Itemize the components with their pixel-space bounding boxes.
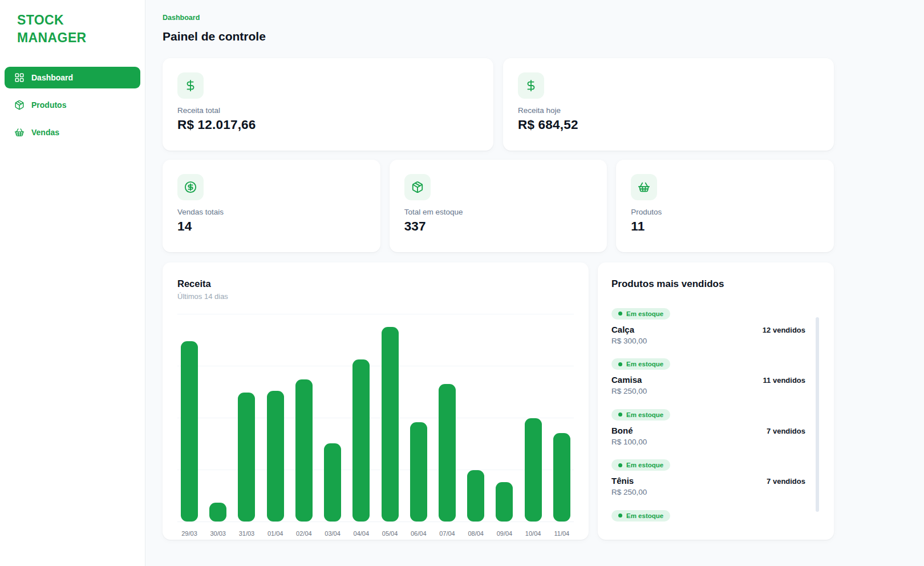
status-dot-icon <box>618 362 622 366</box>
product-item: Em estoqueTênis7 vendidosR$ 250,00 <box>611 459 805 497</box>
app-logo-line2: MANAGER <box>17 29 128 47</box>
stats-row-2: Vendas totais 14 Total em estoque 337 <box>163 160 834 252</box>
product-item: Em estoqueBoné7 vendidosR$ 100,00 <box>611 409 805 446</box>
top-products-title: Produtos mais vendidos <box>611 278 820 290</box>
app-logo: STOCK MANAGER <box>0 11 145 47</box>
x-axis-label: 30/03 <box>209 530 226 537</box>
stock-status-label: Em estoque <box>626 512 663 519</box>
package-icon <box>411 181 424 193</box>
x-axis-label: 07/04 <box>439 530 456 537</box>
stock-status-label: Em estoque <box>626 462 663 468</box>
product-name-row: Calça12 vendidos <box>611 325 805 334</box>
product-sold-count: 11 vendidos <box>763 376 805 385</box>
product-name-row: Boné7 vendidos <box>611 426 805 435</box>
product-name: Camisa <box>611 375 642 385</box>
chart-bar-11/04[interactable] <box>553 433 570 521</box>
chart-bars <box>181 314 570 521</box>
chart-bar-29/03[interactable] <box>181 341 198 521</box>
product-name-row: Camisa11 vendidos <box>611 375 805 385</box>
stat-icon-tile <box>631 174 657 200</box>
dollar-sign-icon <box>184 79 197 92</box>
x-axis-label: 01/04 <box>267 530 284 537</box>
product-price: R$ 250,00 <box>611 387 805 395</box>
product-sold-count: 7 vendidos <box>767 477 805 486</box>
dashboard-grid-icon <box>14 72 25 83</box>
stat-icon-tile <box>404 174 431 200</box>
x-axis-labels: 29/0330/0331/0301/0402/0403/0404/0405/04… <box>177 530 574 537</box>
chart-bar-02/04[interactable] <box>295 379 313 521</box>
status-dot-icon <box>618 312 622 316</box>
stats-row-1: Receita total R$ 12.017,66 Receita hoje … <box>163 58 834 151</box>
product-item-partial: Em estoque <box>611 510 805 521</box>
x-axis-label: 02/04 <box>295 530 313 537</box>
dollar-sign-icon <box>525 79 537 92</box>
sidebar-item-label: Produtos <box>31 100 66 110</box>
stat-value: R$ 684,52 <box>518 118 819 132</box>
product-sold-count: 7 vendidos <box>767 427 805 435</box>
stat-label: Receita hoje <box>518 106 819 115</box>
stat-card-total-em-estoque: Total em estoque 337 <box>390 160 607 252</box>
chart-bar-09/04[interactable] <box>496 482 513 521</box>
stat-value: 11 <box>631 219 819 234</box>
product-item: Em estoqueCalça12 vendidosR$ 300,00 <box>611 308 805 345</box>
chart-bar-06/04[interactable] <box>410 422 427 521</box>
sidebar: STOCK MANAGER Dashboard Produtos <box>0 0 145 566</box>
x-axis-label: 06/04 <box>410 530 427 537</box>
scrollbar-thumb[interactable] <box>816 317 819 512</box>
circle-dollar-sign-icon <box>184 181 197 193</box>
basket-icon <box>638 181 650 193</box>
package-icon <box>14 100 25 110</box>
stock-status-label: Em estoque <box>626 411 663 418</box>
x-axis-label: 05/04 <box>382 530 399 537</box>
chart-bar-03/04[interactable] <box>324 443 341 521</box>
x-axis-label: 09/04 <box>496 530 513 537</box>
status-dot-icon <box>618 413 622 417</box>
revenue-bar-chart <box>177 314 574 521</box>
sidebar-nav: Dashboard Produtos Vendas <box>0 67 145 143</box>
stat-card-produtos: Produtos 11 <box>616 160 834 252</box>
stat-icon-tile <box>177 174 204 200</box>
x-axis-label: 11/04 <box>553 530 570 537</box>
chart-bar-10/04[interactable] <box>525 418 542 521</box>
product-name: Calça <box>611 325 634 334</box>
sidebar-item-vendas[interactable]: Vendas <box>5 122 140 143</box>
stock-status-badge: Em estoque <box>611 308 670 320</box>
stock-status-badge: Em estoque <box>611 459 670 471</box>
stat-value: 337 <box>404 219 593 234</box>
product-sold-count: 12 vendidos <box>763 326 805 334</box>
chart-bar-04/04[interactable] <box>352 359 370 521</box>
stock-status-label: Em estoque <box>626 310 663 317</box>
sidebar-item-dashboard[interactable]: Dashboard <box>5 67 140 88</box>
top-products-list: Em estoqueCalça12 vendidosR$ 300,00Em es… <box>611 308 820 521</box>
gridline <box>177 521 574 522</box>
chart-title: Receita <box>177 278 574 289</box>
chart-bar-08/04[interactable] <box>467 470 484 521</box>
stat-label: Total em estoque <box>404 208 593 216</box>
x-axis-label: 10/04 <box>525 530 542 537</box>
top-products-card: Produtos mais vendidos Em estoqueCalça12… <box>598 262 834 540</box>
sidebar-item-produtos[interactable]: Produtos <box>5 94 140 116</box>
chart-subtitle: Últimos 14 dias <box>177 292 574 301</box>
product-price: R$ 100,00 <box>611 438 805 446</box>
stat-value: 14 <box>177 219 366 234</box>
product-name: Tênis <box>611 476 634 486</box>
stat-label: Vendas totais <box>177 208 366 216</box>
stock-status-badge: Em estoque <box>611 510 670 521</box>
breadcrumb: Dashboard <box>163 14 834 22</box>
x-axis-label: 04/04 <box>352 530 370 537</box>
stat-card-vendas-totais: Vendas totais 14 <box>163 160 380 252</box>
status-dot-icon <box>618 463 622 467</box>
chart-bar-01/04[interactable] <box>267 391 284 521</box>
chart-bar-05/04[interactable] <box>382 327 399 521</box>
stock-status-badge: Em estoque <box>611 409 670 421</box>
stat-card-receita-hoje: Receita hoje R$ 684,52 <box>503 58 834 151</box>
chart-bar-31/03[interactable] <box>238 393 255 521</box>
product-price: R$ 300,00 <box>611 337 805 345</box>
x-axis-label: 31/03 <box>238 530 255 537</box>
stat-card-receita-total: Receita total R$ 12.017,66 <box>163 58 493 151</box>
chart-bar-07/04[interactable] <box>439 384 456 521</box>
product-name-row: Tênis7 vendidos <box>611 476 805 486</box>
chart-bar-30/03[interactable] <box>209 503 226 521</box>
main-area: Dashboard Painel de controle Receita tot… <box>145 0 924 566</box>
x-axis-label: 08/04 <box>467 530 484 537</box>
